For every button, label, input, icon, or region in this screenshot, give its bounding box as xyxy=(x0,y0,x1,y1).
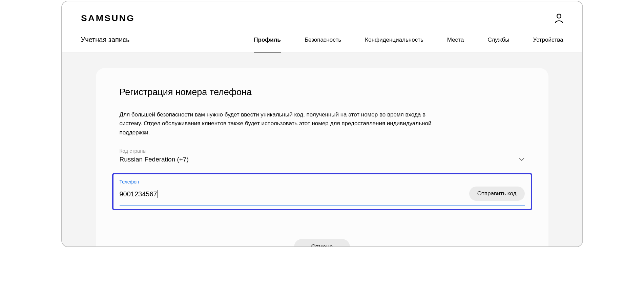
nav-bar: Учетная запись Профиль Безопасность Конф… xyxy=(62,27,582,53)
main-area: Регистрация номера телефона Для большей … xyxy=(62,53,582,246)
chevron-down-icon xyxy=(519,156,525,162)
tab-places[interactable]: Места xyxy=(447,27,464,52)
user-icon[interactable] xyxy=(555,13,563,23)
tabs: Профиль Безопасность Конфиденциальность … xyxy=(254,27,563,52)
phone-input-highlight: Телефон 9001234567 Отправить код xyxy=(112,173,532,210)
samsung-logo: SAMSUNG xyxy=(81,14,135,23)
country-code-select[interactable]: Russian Federation (+7) xyxy=(120,156,525,166)
phone-input[interactable]: 9001234567 xyxy=(120,190,158,198)
svg-point-0 xyxy=(557,14,561,18)
top-bar: SAMSUNG xyxy=(62,1,582,27)
card-description: Для большей безопасности вам нужно будет… xyxy=(120,110,445,137)
tab-profile[interactable]: Профиль xyxy=(254,27,281,52)
phone-label: Телефон xyxy=(120,179,525,184)
tab-privacy[interactable]: Конфиденциальность xyxy=(365,27,423,52)
phone-row: 9001234567 Отправить код xyxy=(120,187,525,205)
send-code-button[interactable]: Отправить код xyxy=(469,187,525,201)
country-code-value: Russian Federation (+7) xyxy=(120,156,189,163)
account-title: Учетная запись xyxy=(81,36,130,44)
tab-services[interactable]: Службы xyxy=(487,27,509,52)
app-frame: SAMSUNG Учетная запись Профиль Безопасно… xyxy=(61,1,583,247)
card: Регистрация номера телефона Для большей … xyxy=(96,68,548,247)
cancel-row: Отмена xyxy=(120,239,525,247)
cancel-button[interactable]: Отмена xyxy=(294,239,350,247)
country-code-label: Код страны xyxy=(120,148,525,154)
tab-security[interactable]: Безопасность xyxy=(305,27,341,52)
card-title: Регистрация номера телефона xyxy=(120,87,525,97)
tab-devices[interactable]: Устройства xyxy=(533,27,563,52)
